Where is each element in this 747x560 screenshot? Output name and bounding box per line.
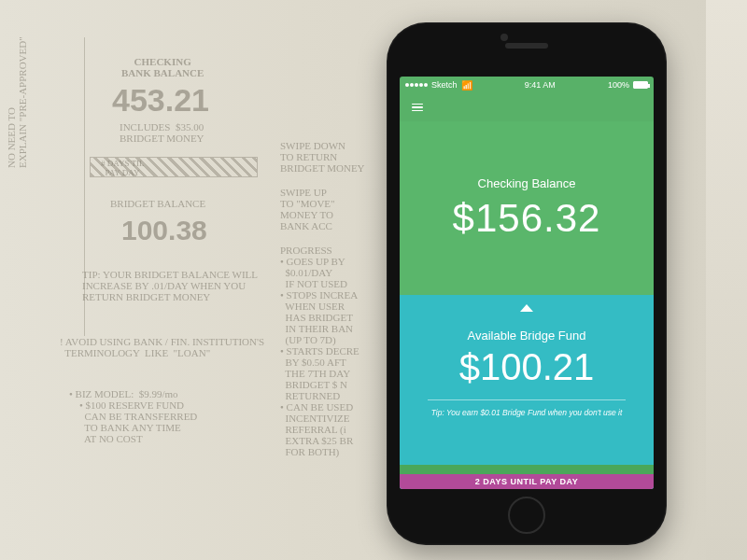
carrier-label: Sketch xyxy=(431,80,458,90)
phone-frame: Sketch 📶 9:41 AM 100% Checking Balance $… xyxy=(387,22,667,545)
divider xyxy=(428,399,626,400)
canvas: NO NEED TO EXPLAIN "PRE-APPROVED" CHECKI… xyxy=(0,0,747,560)
sketch-balance-453: 453.21 xyxy=(112,82,209,119)
sketch-swipe-up: SWIPE UP TO "MOVE" MONEY TO BANK ACC xyxy=(280,187,335,231)
sketch-tip: TIP: YOUR BRIDGET BALANCE WILL INCREASE … xyxy=(82,269,258,302)
app-screen: Sketch 📶 9:41 AM 100% Checking Balance $… xyxy=(400,77,654,489)
status-time: 9:41 AM xyxy=(525,80,556,90)
sketch-avoid: ! AVOID USING BANK / FIN. INSTITUTION'S … xyxy=(60,336,264,358)
battery-pct: 100% xyxy=(608,80,629,90)
bridge-label: Available Bridge Fund xyxy=(468,329,586,343)
bridge-tip: Tip: You earn $0.01 Bridge Fund when you… xyxy=(418,408,636,417)
menu-icon[interactable] xyxy=(407,97,428,118)
home-button[interactable] xyxy=(508,497,545,534)
sketch-progress: PROGRESS • GOES UP BY $0.01/DAY IF NOT U… xyxy=(280,245,359,457)
battery-icon xyxy=(633,81,648,89)
chevron-up-icon[interactable] xyxy=(520,304,533,312)
signal-icon xyxy=(405,83,428,87)
status-bar: Sketch 📶 9:41 AM 100% xyxy=(400,77,654,93)
wifi-icon: 📶 xyxy=(461,80,472,91)
sketch-left-note: NO NEED TO EXPLAIN "PRE-APPROVED" xyxy=(6,36,28,168)
payday-bar: 2 DAYS UNTIL PAY DAY xyxy=(400,474,654,489)
payday-text: 2 DAYS UNTIL PAY DAY xyxy=(475,477,579,486)
checking-amount: $156.32 xyxy=(453,196,601,241)
sketch-includes: INCLUDES $35.00 BRIDGET MONEY xyxy=(120,121,204,144)
sketch-swipe-down: SWIPE DOWN TO RETURN BRIDGET MONEY xyxy=(280,140,365,174)
checking-panel[interactable]: Checking Balance $156.32 xyxy=(400,121,654,295)
progress-strip xyxy=(400,465,654,474)
sketch-bridget-label: BRIDGET BALANCE xyxy=(110,198,205,209)
sketch-days: # DAYS TIL PAY DAY xyxy=(101,159,145,177)
bridge-amount: $100.21 xyxy=(459,346,595,388)
app-bar xyxy=(400,93,654,121)
sketch-biz: • BIZ MODEL: $9.99/mo • $100 RESERVE FUN… xyxy=(69,388,197,444)
checking-label: Checking Balance xyxy=(478,176,576,190)
bridge-panel[interactable]: Available Bridge Fund $100.21 Tip: You e… xyxy=(400,295,654,489)
sketch-balance-100: 100.38 xyxy=(121,215,207,246)
sketch-title: CHECKING BANK BALANCE xyxy=(121,56,204,78)
